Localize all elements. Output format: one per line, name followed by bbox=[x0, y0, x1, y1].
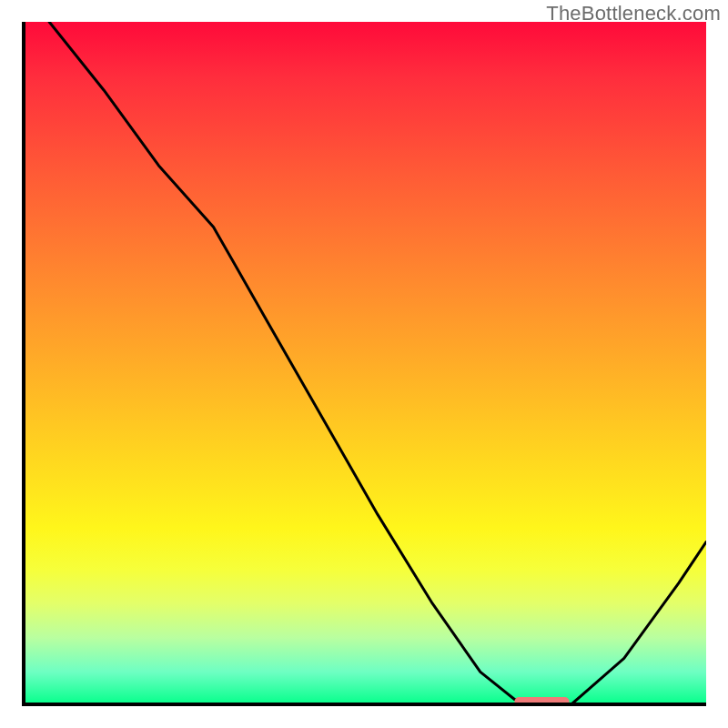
chart-frame: TheBottleneck.com bbox=[0, 0, 728, 728]
watermark-text: TheBottleneck.com bbox=[546, 2, 721, 25]
curve-layer bbox=[22, 22, 706, 706]
bottleneck-curve bbox=[49, 22, 706, 706]
optimum-marker bbox=[514, 697, 569, 706]
